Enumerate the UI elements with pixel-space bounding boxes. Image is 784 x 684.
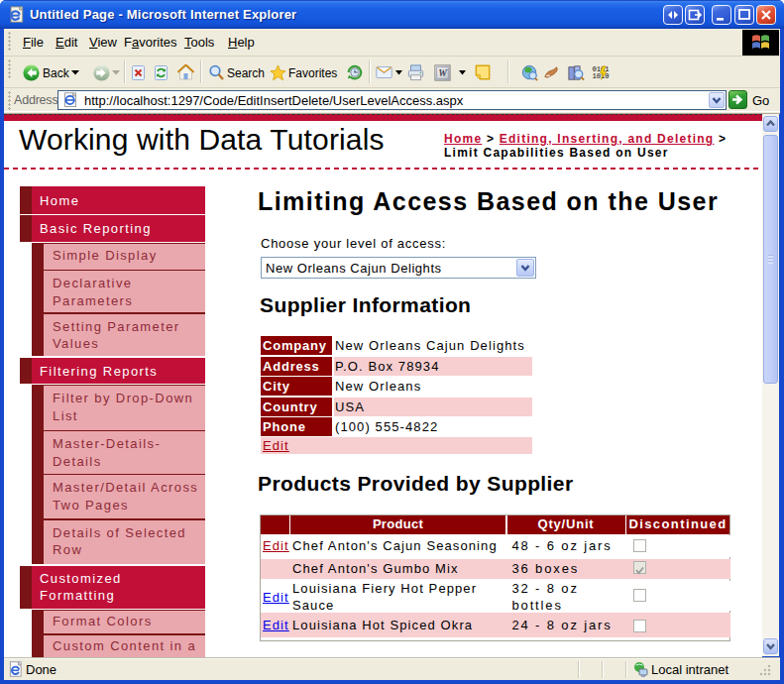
svg-text:1010: 1010 xyxy=(593,72,610,80)
svg-text:W: W xyxy=(438,67,448,78)
